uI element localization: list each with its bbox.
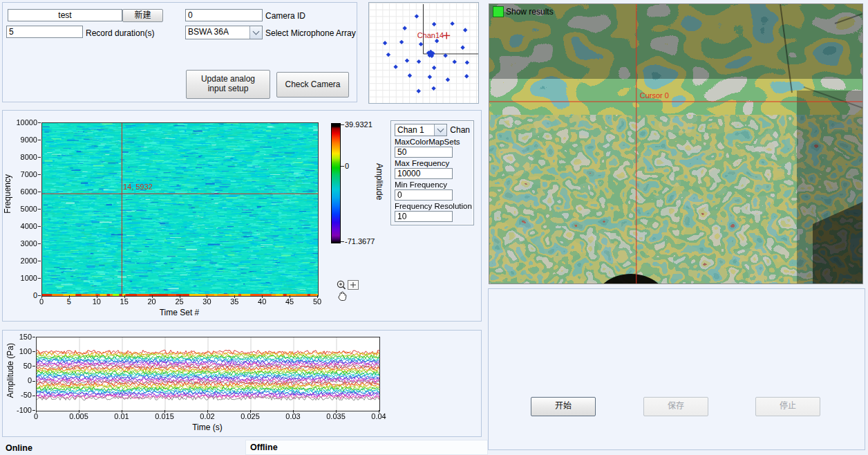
chevron-down-icon — [253, 28, 260, 35]
tick-mark — [38, 157, 41, 158]
acoustic-camera-image[interactable]: Cursor 0 Show results — [489, 3, 863, 284]
waveform-plot[interactable] — [36, 337, 380, 411]
tick-label: 25 — [169, 297, 190, 306]
max-frequency-input[interactable] — [395, 168, 453, 179]
mic-array-plot[interactable]: Chan14 — [368, 2, 479, 104]
tick-label: 5000 — [10, 205, 37, 213]
tick-mark — [36, 410, 37, 413]
tick-mark — [38, 226, 41, 227]
channel-label: Chan — [450, 125, 470, 135]
tick-mark — [152, 295, 153, 298]
tick-label: 0.02 — [194, 412, 221, 420]
tick-label: 0 — [31, 297, 52, 306]
tick-mark — [38, 174, 41, 175]
tick-label: 45 — [279, 297, 300, 306]
tick-mark — [38, 278, 41, 279]
tick-mark — [124, 295, 125, 298]
tick-label: 40 — [252, 297, 272, 306]
spectrogram-plot[interactable] — [41, 122, 319, 297]
start-button[interactable]: 开始 — [531, 397, 596, 416]
dropdown-arrow-button[interactable] — [434, 124, 446, 136]
dropdown-arrow-button[interactable] — [249, 26, 262, 39]
tick-label: -50 — [11, 391, 32, 399]
tick-mark — [290, 295, 290, 298]
min-frequency-label: Min Frequency — [395, 180, 470, 189]
stop-button[interactable]: 停止 — [755, 397, 820, 416]
tick-label: 0.015 — [151, 412, 178, 420]
tick-label: 6000 — [10, 187, 37, 196]
tick-mark — [38, 192, 41, 192]
tick-mark — [336, 410, 337, 413]
save-button[interactable]: 保存 — [643, 397, 708, 416]
tick-label: 0 — [11, 376, 32, 384]
tick-mark — [97, 295, 97, 298]
colorbar — [331, 123, 341, 243]
tick-label: 0.03 — [279, 412, 307, 420]
tick-mark — [32, 381, 35, 382]
tick-label: 20 — [142, 297, 162, 306]
colorbar-zero-label: 0 — [345, 162, 349, 170]
tick-mark — [79, 410, 79, 413]
tick-label: 0.025 — [236, 412, 264, 420]
tick-label: 0.035 — [322, 412, 350, 420]
tick-label: 2000 — [10, 257, 37, 265]
waveform-traces — [37, 337, 379, 411]
tick-label: 50 — [307, 297, 328, 306]
tick-label: 1000 — [10, 274, 37, 282]
colorbar-tick — [341, 124, 344, 125]
colorbar-max-label: 39.9321 — [345, 120, 372, 129]
record-duration-input[interactable] — [6, 26, 83, 38]
spectrogram-cursor-label: 14, 5932 — [123, 183, 153, 191]
check-camera-button[interactable]: Check Camera — [276, 72, 349, 98]
tick-label: 0.005 — [65, 412, 93, 420]
tick-label: 8000 — [10, 153, 37, 161]
test-name-input[interactable] — [8, 9, 122, 21]
zoom-tool-icon[interactable] — [337, 281, 345, 289]
acoustic-map-overlay: Cursor 0 — [489, 4, 862, 284]
mic-array-label: Select Microphone Array — [265, 28, 356, 38]
array-cursor-label: Chan14 — [417, 31, 444, 39]
tick-mark — [32, 337, 35, 337]
setup-panel: 新建 Record duration(s) Camera ID BSWA 36A… — [2, 2, 357, 102]
tick-mark — [38, 122, 41, 123]
tick-label: 50 — [11, 362, 32, 370]
mic-array-value: BSWA 36A — [186, 26, 249, 39]
max-colormap-input[interactable] — [395, 147, 453, 158]
tick-label: 7000 — [10, 170, 37, 178]
new-button[interactable]: 新建 — [122, 9, 163, 22]
tick-mark — [38, 243, 41, 244]
show-results-led[interactable] — [493, 6, 504, 17]
tick-label: 0.04 — [365, 412, 393, 420]
camera-id-label: Camera ID — [265, 11, 305, 21]
tick-mark — [164, 410, 165, 413]
status-offline-strip: Offline — [245, 440, 488, 455]
pan-hand-tool-icon[interactable] — [339, 292, 346, 301]
tick-mark — [32, 396, 35, 396]
tick-mark — [38, 261, 41, 261]
tick-label: 150 — [11, 333, 32, 341]
camera-id-input[interactable] — [185, 9, 263, 21]
tick-label: 100 — [11, 347, 32, 355]
tick-mark — [317, 295, 318, 298]
tick-mark — [32, 366, 35, 366]
mic-array-dropdown[interactable]: BSWA 36A — [185, 26, 263, 39]
tick-mark — [207, 295, 207, 298]
min-frequency-input[interactable] — [395, 189, 453, 201]
tick-label: 30 — [196, 297, 217, 306]
tick-mark — [38, 140, 41, 140]
tick-label: 9000 — [10, 136, 37, 144]
channel-dropdown[interactable]: Chan 1 — [395, 124, 447, 136]
tick-mark — [32, 410, 35, 411]
frequency-resolution-input[interactable] — [395, 211, 453, 222]
max-frequency-label: Max Frequency — [395, 159, 470, 167]
channel-value: Chan 1 — [395, 124, 434, 136]
tick-mark — [180, 295, 180, 298]
tick-label: 10000 — [10, 118, 37, 127]
cursor-tool-icon[interactable] — [348, 281, 359, 290]
update-analog-input-button[interactable]: Update analog input setup — [186, 70, 270, 99]
mic-array-scatter: Chan14 — [369, 3, 478, 103]
spectrogram-heatmap — [42, 123, 318, 296]
beamform-controls-group: Chan 1 Chan MaxColorMapSets Max Frequenc… — [390, 120, 474, 225]
camera-cursor-label: Cursor 0 — [640, 91, 669, 100]
tick-label: 3000 — [10, 239, 37, 248]
